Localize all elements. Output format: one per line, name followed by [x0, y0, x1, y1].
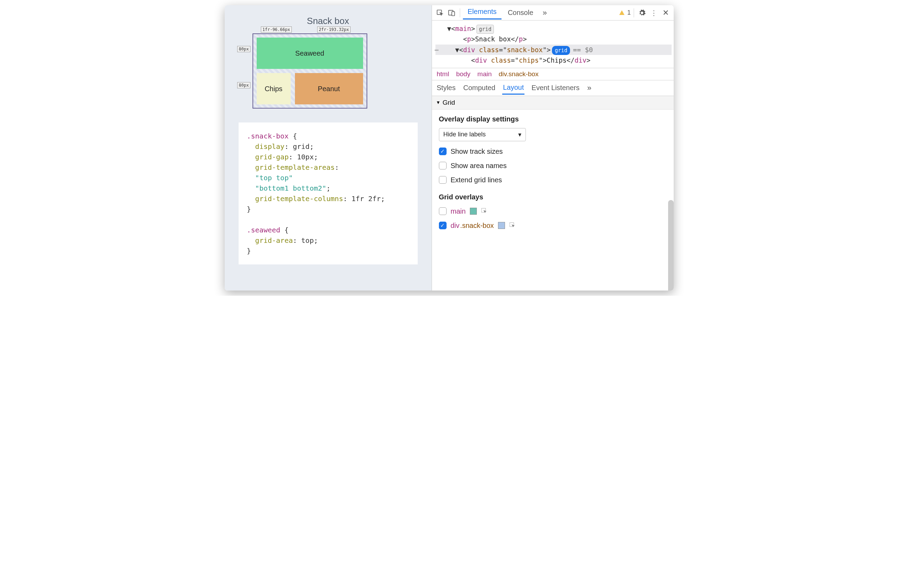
subtab-computed[interactable]: Computed: [463, 82, 496, 94]
grid-cell-chips: Chips: [257, 73, 291, 105]
locate-icon[interactable]: [481, 208, 488, 215]
disclosure-triangle-icon: ▼: [436, 100, 441, 105]
devtools-panel: Elements Console » 1 ⋮ ✕ ▼<main>grid <p>…: [432, 5, 674, 291]
sub-tabs: Styles Computed Layout Event Listeners »: [432, 80, 674, 96]
svg-rect-2: [452, 11, 455, 15]
col-label-1: 1fr·96.66px: [261, 26, 292, 33]
overlay-label: main: [451, 207, 466, 215]
crumb-main[interactable]: main: [478, 70, 492, 78]
line-labels-dropdown[interactable]: Hide line labels ▾: [439, 128, 526, 141]
overlay-main[interactable]: main: [439, 207, 667, 215]
subtab-layout[interactable]: Layout: [502, 82, 524, 95]
close-icon[interactable]: ✕: [660, 8, 671, 18]
checkbox-label: Extend grid lines: [451, 176, 502, 184]
checkbox-show-area-names[interactable]: Show area names: [439, 162, 667, 170]
page-preview: Snack box 1fr·96.66px 2fr·193.32px 80px …: [224, 5, 432, 291]
dom-line-p[interactable]: <p>Snack box</p>: [435, 34, 672, 44]
color-swatch[interactable]: [498, 222, 505, 229]
grid-section-title: Grid: [442, 99, 455, 106]
subtab-styles[interactable]: Styles: [436, 82, 456, 94]
gear-icon[interactable]: [637, 8, 647, 18]
locate-icon[interactable]: [509, 222, 516, 229]
row-label-1: 80px: [237, 46, 251, 52]
checkbox-icon: [439, 148, 447, 155]
chevron-down-icon: ▾: [518, 131, 521, 139]
dom-tree[interactable]: ▼<main>grid <p>Snack box</p> ⋯ ▼<div cla…: [432, 20, 674, 68]
warning-badge[interactable]: 1: [619, 9, 630, 16]
checkbox-show-track-sizes[interactable]: Show track sizes: [439, 148, 667, 155]
checkbox-icon: [439, 222, 447, 229]
overlay-snackbox[interactable]: div.snack-box: [439, 222, 667, 229]
row-label-2: 80px: [237, 82, 251, 88]
checkbox-label: Show area names: [451, 162, 507, 170]
grid-section-header[interactable]: ▼ Grid: [432, 96, 674, 109]
device-toggle-icon[interactable]: [447, 8, 457, 18]
page-title: Snack box: [238, 15, 418, 26]
grid-cell-peanut: Peanut: [295, 73, 363, 105]
checkbox-icon: [439, 162, 447, 169]
inspect-icon[interactable]: [435, 8, 445, 18]
kebab-icon[interactable]: ⋮: [649, 8, 659, 18]
scrollbar[interactable]: [668, 200, 674, 291]
checkbox-label: Show track sizes: [451, 148, 503, 155]
tab-elements[interactable]: Elements: [463, 6, 501, 20]
crumb-body[interactable]: body: [456, 70, 470, 78]
css-code-block: .snack-box { display: grid; grid-gap: 10…: [238, 123, 418, 265]
overlay-settings-heading: Overlay display settings: [439, 115, 667, 123]
breadcrumb: html body main div.snack-box: [432, 68, 674, 80]
dom-line-main[interactable]: ▼<main>grid: [435, 23, 672, 34]
color-swatch[interactable]: [470, 208, 477, 215]
checkbox-icon: [439, 176, 447, 184]
tab-console[interactable]: Console: [503, 7, 538, 18]
more-subtabs-icon[interactable]: »: [586, 82, 592, 95]
checkbox-icon: [439, 207, 447, 215]
crumb-html[interactable]: html: [437, 70, 449, 78]
grid-panel-body: Overlay display settings Hide line label…: [432, 109, 674, 239]
dom-line-chips[interactable]: <div class="chips">Chips</div>: [435, 55, 672, 65]
grid-cell-seaweed: Seaweed: [257, 38, 363, 69]
more-tabs-icon[interactable]: »: [540, 8, 550, 18]
grid-overlays-heading: Grid overlays: [439, 193, 667, 201]
checkbox-extend-grid-lines[interactable]: Extend grid lines: [439, 176, 667, 184]
devtools-toolbar: Elements Console » 1 ⋮ ✕: [432, 5, 674, 20]
dom-line-snackbox[interactable]: ⋯ ▼<div class="snack-box">grid== $0: [435, 45, 672, 55]
warning-count: 1: [627, 9, 630, 16]
subtab-eventlisteners[interactable]: Event Listeners: [531, 82, 580, 94]
col-label-2: 2fr·193.32px: [317, 26, 351, 33]
dropdown-value: Hide line labels: [443, 131, 486, 138]
grid-demo: 1fr·96.66px 2fr·193.32px 80px 80px Seawe…: [252, 34, 367, 109]
crumb-snackbox[interactable]: div.snack-box: [499, 70, 539, 78]
